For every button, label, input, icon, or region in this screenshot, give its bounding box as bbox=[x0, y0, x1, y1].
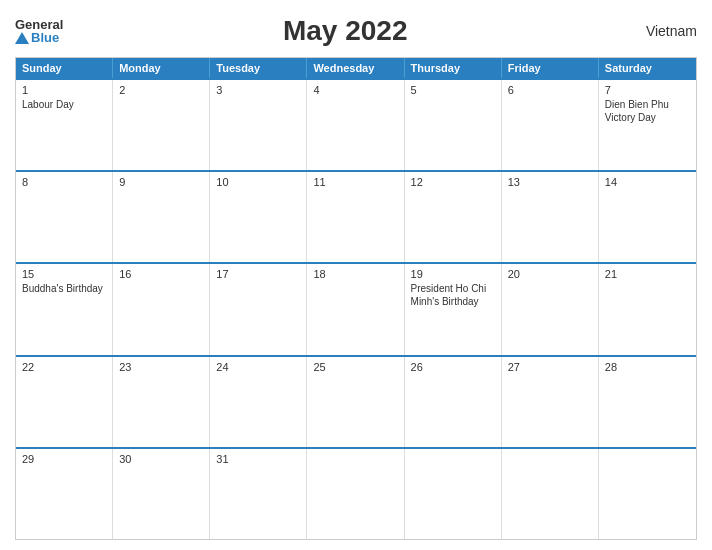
day-number: 6 bbox=[508, 84, 592, 96]
page: General Blue May 2022 Vietnam Sunday Mon… bbox=[0, 0, 712, 550]
country-label: Vietnam bbox=[627, 23, 697, 39]
day-event: Buddha's Birthday bbox=[22, 282, 106, 295]
day-number: 22 bbox=[22, 361, 106, 373]
col-friday: Friday bbox=[502, 58, 599, 78]
cal-cell-w5-d2: 30 bbox=[113, 449, 210, 539]
cal-cell-w1-d7: 7Dien Bien Phu Victory Day bbox=[599, 80, 696, 170]
calendar-title: May 2022 bbox=[63, 15, 627, 47]
day-number: 31 bbox=[216, 453, 300, 465]
cal-cell-w5-d4 bbox=[307, 449, 404, 539]
day-event: President Ho Chi Minh's Birthday bbox=[411, 282, 495, 308]
col-wednesday: Wednesday bbox=[307, 58, 404, 78]
cal-cell-w2-d3: 10 bbox=[210, 172, 307, 262]
calendar-header-row: Sunday Monday Tuesday Wednesday Thursday… bbox=[16, 58, 696, 78]
day-number: 25 bbox=[313, 361, 397, 373]
calendar: Sunday Monday Tuesday Wednesday Thursday… bbox=[15, 57, 697, 540]
cal-cell-w1-d6: 6 bbox=[502, 80, 599, 170]
day-number: 20 bbox=[508, 268, 592, 280]
cal-cell-w4-d4: 25 bbox=[307, 357, 404, 447]
cal-cell-w4-d3: 24 bbox=[210, 357, 307, 447]
cal-cell-w1-d3: 3 bbox=[210, 80, 307, 170]
cal-cell-w1-d5: 5 bbox=[405, 80, 502, 170]
cal-cell-w4-d6: 27 bbox=[502, 357, 599, 447]
col-saturday: Saturday bbox=[599, 58, 696, 78]
day-number: 3 bbox=[216, 84, 300, 96]
col-tuesday: Tuesday bbox=[210, 58, 307, 78]
week-row-4: 22232425262728 bbox=[16, 355, 696, 447]
day-number: 19 bbox=[411, 268, 495, 280]
cal-cell-w1-d2: 2 bbox=[113, 80, 210, 170]
day-number: 4 bbox=[313, 84, 397, 96]
cal-cell-w5-d3: 31 bbox=[210, 449, 307, 539]
day-number: 18 bbox=[313, 268, 397, 280]
cal-cell-w2-d7: 14 bbox=[599, 172, 696, 262]
cal-cell-w3-d3: 17 bbox=[210, 264, 307, 354]
cal-cell-w5-d5 bbox=[405, 449, 502, 539]
day-number: 27 bbox=[508, 361, 592, 373]
day-number: 5 bbox=[411, 84, 495, 96]
cal-cell-w4-d2: 23 bbox=[113, 357, 210, 447]
cal-cell-w2-d2: 9 bbox=[113, 172, 210, 262]
day-number: 11 bbox=[313, 176, 397, 188]
day-number: 21 bbox=[605, 268, 690, 280]
day-event: Dien Bien Phu Victory Day bbox=[605, 98, 690, 124]
day-number: 9 bbox=[119, 176, 203, 188]
day-number: 14 bbox=[605, 176, 690, 188]
cal-cell-w4-d7: 28 bbox=[599, 357, 696, 447]
cal-cell-w3-d4: 18 bbox=[307, 264, 404, 354]
week-row-3: 15Buddha's Birthday16171819President Ho … bbox=[16, 262, 696, 354]
week-row-1: 1Labour Day234567Dien Bien Phu Victory D… bbox=[16, 78, 696, 170]
col-thursday: Thursday bbox=[405, 58, 502, 78]
day-number: 29 bbox=[22, 453, 106, 465]
cal-cell-w2-d1: 8 bbox=[16, 172, 113, 262]
cal-cell-w3-d2: 16 bbox=[113, 264, 210, 354]
day-number: 12 bbox=[411, 176, 495, 188]
day-number: 16 bbox=[119, 268, 203, 280]
cal-cell-w4-d5: 26 bbox=[405, 357, 502, 447]
day-number: 2 bbox=[119, 84, 203, 96]
day-number: 23 bbox=[119, 361, 203, 373]
day-number: 26 bbox=[411, 361, 495, 373]
cal-cell-w3-d6: 20 bbox=[502, 264, 599, 354]
cal-cell-w1-d1: 1Labour Day bbox=[16, 80, 113, 170]
cal-cell-w3-d1: 15Buddha's Birthday bbox=[16, 264, 113, 354]
day-number: 10 bbox=[216, 176, 300, 188]
col-sunday: Sunday bbox=[16, 58, 113, 78]
day-number: 13 bbox=[508, 176, 592, 188]
cal-cell-w2-d6: 13 bbox=[502, 172, 599, 262]
col-monday: Monday bbox=[113, 58, 210, 78]
cal-cell-w2-d5: 12 bbox=[405, 172, 502, 262]
calendar-body: 1Labour Day234567Dien Bien Phu Victory D… bbox=[16, 78, 696, 539]
cal-cell-w3-d5: 19President Ho Chi Minh's Birthday bbox=[405, 264, 502, 354]
logo: General Blue bbox=[15, 18, 63, 44]
header: General Blue May 2022 Vietnam bbox=[15, 10, 697, 57]
day-number: 8 bbox=[22, 176, 106, 188]
day-number: 7 bbox=[605, 84, 690, 96]
week-row-2: 891011121314 bbox=[16, 170, 696, 262]
cal-cell-w1-d4: 4 bbox=[307, 80, 404, 170]
cal-cell-w5-d7 bbox=[599, 449, 696, 539]
cal-cell-w4-d1: 22 bbox=[16, 357, 113, 447]
day-number: 15 bbox=[22, 268, 106, 280]
cal-cell-w5-d6 bbox=[502, 449, 599, 539]
day-number: 17 bbox=[216, 268, 300, 280]
logo-triangle-icon bbox=[15, 32, 29, 44]
logo-blue-text: Blue bbox=[15, 31, 59, 44]
day-number: 24 bbox=[216, 361, 300, 373]
day-number: 30 bbox=[119, 453, 203, 465]
day-number: 28 bbox=[605, 361, 690, 373]
cal-cell-w2-d4: 11 bbox=[307, 172, 404, 262]
cal-cell-w5-d1: 29 bbox=[16, 449, 113, 539]
week-row-5: 293031 bbox=[16, 447, 696, 539]
cal-cell-w3-d7: 21 bbox=[599, 264, 696, 354]
day-event: Labour Day bbox=[22, 98, 106, 111]
day-number: 1 bbox=[22, 84, 106, 96]
